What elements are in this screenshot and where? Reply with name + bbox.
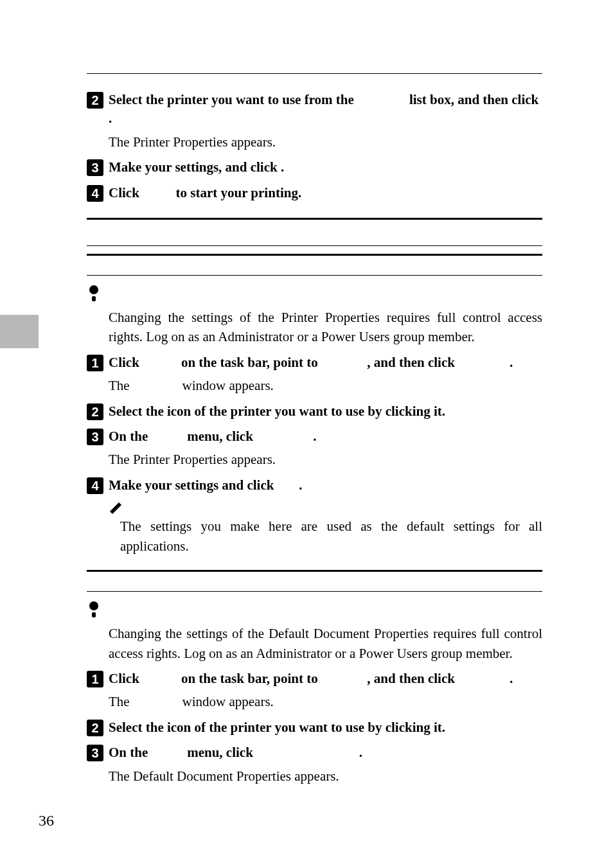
step: 2Select the printer you want to use from… [87, 91, 542, 128]
step-sub: The window appears. [109, 376, 542, 395]
step-number: 3 [87, 159, 103, 176]
step-number: 3 [87, 745, 103, 761]
step-sub: The Default Document Properties appears. [109, 766, 542, 786]
limitation-text-b: Changing the settings of the Printer Pro… [109, 308, 542, 347]
step-text: Make your settings, and click . [109, 158, 542, 177]
section-divider-2a [87, 591, 542, 592]
note-row [109, 501, 542, 515]
section-divider-heavy-2 [87, 570, 542, 572]
step-number: 1 [87, 355, 103, 371]
step-sub: The Printer Properties appears. [109, 132, 542, 152]
step: 1Click on the task bar, point to , and t… [87, 353, 542, 372]
step: 3Make your settings, and click . [87, 158, 542, 177]
page-number: 36 [39, 812, 54, 829]
limitation-icon [87, 601, 101, 620]
step-text: Select the icon of the printer you want … [109, 402, 542, 421]
step-number: 4 [87, 185, 103, 202]
section-divider-1a [87, 245, 542, 246]
step-number: 3 [87, 429, 103, 445]
step: 4Click to start your printing. [87, 184, 542, 202]
step-text: On the menu, click . [109, 743, 542, 762]
limitation-row-b [87, 285, 542, 304]
svg-rect-5 [92, 612, 96, 617]
svg-point-4 [89, 601, 98, 610]
limitation-icon [87, 285, 101, 304]
step-text: Click to start your printing. [109, 184, 542, 202]
step: 4Make your settings and click . [87, 476, 542, 495]
step-text: On the menu, click . [109, 427, 542, 446]
pencil-icon [109, 501, 123, 515]
step: 2Select the icon of the printer you want… [87, 718, 542, 737]
step-text: Make your settings and click . [109, 476, 542, 495]
step-number: 2 [87, 403, 103, 420]
section-divider-1c [87, 275, 542, 276]
step: 2Select the icon of the printer you want… [87, 402, 542, 421]
top-header-rule [87, 73, 542, 74]
section-divider-heavy-1 [87, 218, 542, 220]
step: 3On the menu, click . [87, 427, 542, 446]
note-text: The settings you make here are used as t… [120, 517, 542, 556]
step-text: Select the icon of the printer you want … [109, 718, 542, 737]
step-sub: The window appears. [109, 692, 542, 711]
limitation-text-c: Changing the settings of the Default Doc… [109, 624, 542, 663]
section-divider-1b [87, 254, 542, 256]
step-text: Select the printer you want to use from … [109, 91, 542, 128]
step-number: 2 [87, 92, 103, 109]
svg-point-0 [89, 285, 98, 294]
step: 1Click on the task bar, point to , and t… [87, 669, 542, 688]
step: 3On the menu, click . [87, 743, 542, 762]
step-text: Click on the task bar, point to , and th… [109, 353, 542, 372]
side-tab [0, 315, 39, 348]
step-number: 1 [87, 671, 103, 687]
limitation-row-c [87, 601, 542, 620]
step-text: Click on the task bar, point to , and th… [109, 669, 542, 688]
step-number: 4 [87, 477, 103, 494]
svg-rect-1 [92, 296, 96, 301]
step-sub: The Printer Properties appears. [109, 450, 542, 469]
svg-marker-2 [110, 502, 121, 514]
step-number: 2 [87, 720, 103, 736]
